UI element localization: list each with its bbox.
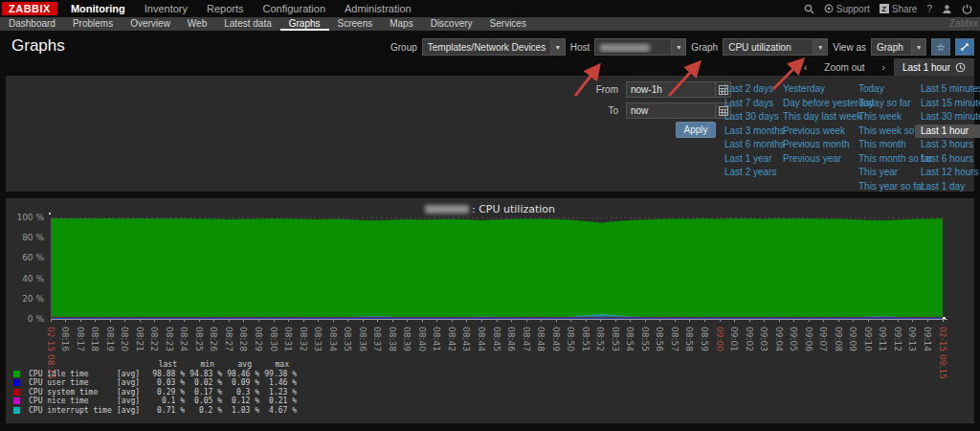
- legend-series-value: 4.67 %: [259, 406, 297, 415]
- support-link[interactable]: Support: [824, 4, 870, 14]
- share-link[interactable]: Z Share: [880, 4, 918, 14]
- time-range-last-1-hour[interactable]: Last 1 hour: [915, 125, 980, 139]
- time-range-last-3-months[interactable]: Last 3 months: [724, 125, 785, 139]
- graph-title: : CPU utilization: [6, 203, 974, 216]
- x-tick-label: 08:21: [135, 327, 145, 352]
- time-range-last-12-hours[interactable]: Last 12 hours: [921, 166, 980, 180]
- legend-series-value: 0.71 %: [147, 406, 185, 415]
- legend-series-name: CPU system time: [29, 388, 117, 397]
- legend-series-value: 0.1 %: [147, 397, 185, 405]
- host-name-redacted: [600, 44, 650, 52]
- time-range-last-5-minutes[interactable]: Last 5 minutes: [921, 82, 980, 97]
- subnav-item-web[interactable]: Web: [179, 17, 215, 31]
- group-select[interactable]: Templates/Network Devices ▾: [422, 38, 566, 56]
- x-tick-label: 08:55: [640, 327, 650, 352]
- top-menu-configuration[interactable]: Configuration: [254, 0, 335, 17]
- legend-swatch-cpu-system-time: [13, 389, 20, 396]
- time-range-last-3-hours[interactable]: Last 3 hours: [921, 138, 980, 152]
- subnav-item-services[interactable]: Services: [481, 17, 535, 31]
- x-tick-label: 08:59: [700, 327, 709, 352]
- apply-button[interactable]: Apply: [676, 122, 716, 138]
- time-prev-button[interactable]: ‹: [795, 58, 815, 76]
- time-range-tab[interactable]: Last 1 hour: [894, 58, 974, 76]
- graph-title-text: : CPU utilization: [472, 203, 555, 216]
- top-menu-administration[interactable]: Administration: [335, 0, 421, 17]
- top-menu-monitoring[interactable]: Monitoring: [61, 0, 135, 17]
- x-tick-label: 08:39: [402, 327, 412, 352]
- fullscreen-button[interactable]: [955, 38, 974, 56]
- x-tick-label: 08:33: [313, 327, 323, 352]
- x-tick-label: 08:37: [372, 327, 382, 352]
- x-tick-label: 08:34: [328, 327, 338, 352]
- subnav-item-maps[interactable]: Maps: [381, 17, 421, 31]
- x-tick-label: 08:56: [655, 327, 664, 352]
- legend-series-func: [avg]: [117, 406, 147, 415]
- x-tick-label: 08:54: [625, 327, 635, 352]
- share-icon: Z: [880, 4, 889, 13]
- time-range-last-1-day[interactable]: Last 1 day: [921, 180, 980, 194]
- legend-series-value: 0.2 %: [185, 406, 222, 415]
- x-tick-label: 08:57: [670, 327, 679, 352]
- subnav-item-graphs[interactable]: Graphs: [280, 17, 329, 31]
- x-tick-label: 09:04: [774, 327, 784, 352]
- time-range-last-2-days[interactable]: Last 2 days: [724, 82, 785, 97]
- host-name-redacted: [425, 205, 469, 214]
- legend-swatch-cpu-interrupt-time: [13, 407, 20, 414]
- time-range-last-6-months[interactable]: Last 6 months: [724, 138, 785, 152]
- time-range-last-2-years[interactable]: Last 2 years: [724, 166, 785, 180]
- time-range-last-7-days[interactable]: Last 7 days: [724, 97, 785, 111]
- plot-start-marker: [49, 213, 51, 215]
- x-tick-label: 09:08: [834, 327, 843, 352]
- time-next-button[interactable]: ›: [874, 58, 894, 76]
- time-range-last-30-days[interactable]: Last 30 days: [724, 110, 785, 125]
- legend-header-max: max: [259, 360, 297, 369]
- help-button[interactable]: ?: [926, 4, 932, 14]
- x-tick-label: 08:36: [358, 327, 368, 352]
- plot-area[interactable]: [51, 217, 950, 325]
- x-tick-label: 08:52: [595, 327, 605, 352]
- plot-end-marker: [943, 317, 946, 319]
- subnav-item-overview[interactable]: Overview: [122, 17, 179, 31]
- time-range-last-1-year[interactable]: Last 1 year: [724, 152, 785, 167]
- zabbix-logo[interactable]: ZABBIX: [2, 2, 57, 15]
- x-tick-label: 09:14: [923, 327, 932, 352]
- sub-nav: DashboardProblemsOverviewWebLatest dataG…: [0, 17, 980, 31]
- x-tick-label: 09:00: [715, 327, 724, 352]
- x-tick-label: 08:22: [149, 327, 159, 352]
- y-tick-label: 60 %: [6, 253, 44, 262]
- logout-icon[interactable]: [962, 4, 972, 14]
- legend-series-value: 0.21 %: [259, 397, 297, 405]
- host-select[interactable]: ▾: [594, 38, 686, 56]
- zoom-out-button[interactable]: Zoom out: [815, 58, 873, 76]
- favourite-star-button[interactable]: ☆: [931, 38, 950, 56]
- x-tick-label: 09:12: [893, 327, 902, 352]
- graph-select[interactable]: CPU utilization ▾: [723, 38, 828, 56]
- legend-series-value: 0.3 %: [222, 388, 259, 397]
- time-range-last-6-hours[interactable]: Last 6 hours: [921, 152, 980, 167]
- x-tick-label: 08:48: [536, 327, 546, 352]
- fullscreen-icon: [960, 42, 969, 52]
- from-input[interactable]: [626, 81, 720, 98]
- y-tick-label: 100 %: [6, 213, 44, 222]
- x-tick-label: 08:32: [299, 327, 308, 352]
- x-tick-label: 09:07: [818, 327, 828, 352]
- x-tick-label: 02-15 09:15: [938, 327, 947, 379]
- time-range-last-15-minutes[interactable]: Last 15 minutes: [921, 97, 980, 111]
- search-icon[interactable]: [804, 4, 814, 14]
- top-menu-reports[interactable]: Reports: [197, 0, 254, 17]
- time-range-last-30-minutes[interactable]: Last 30 minutes: [921, 110, 980, 125]
- subnav-item-problems[interactable]: Problems: [64, 17, 122, 31]
- chevron-down-icon: ▾: [550, 39, 565, 55]
- subnav-item-latest-data[interactable]: Latest data: [215, 17, 279, 31]
- x-tick-label: 08:27: [224, 327, 234, 352]
- legend-series-value: 0.02 %: [185, 378, 222, 387]
- subnav-item-dashboard[interactable]: Dashboard: [0, 17, 64, 31]
- x-tick-label: 08:40: [417, 327, 427, 352]
- subnav-item-screens[interactable]: Screens: [329, 17, 382, 31]
- view-as-select[interactable]: Graph ▾: [871, 38, 926, 56]
- subnav-item-discovery[interactable]: Discovery: [422, 17, 481, 31]
- top-menu-inventory[interactable]: Inventory: [135, 0, 197, 17]
- x-tick-label: 08:50: [566, 327, 575, 352]
- to-input[interactable]: [626, 102, 720, 119]
- user-profile-icon[interactable]: [942, 4, 952, 14]
